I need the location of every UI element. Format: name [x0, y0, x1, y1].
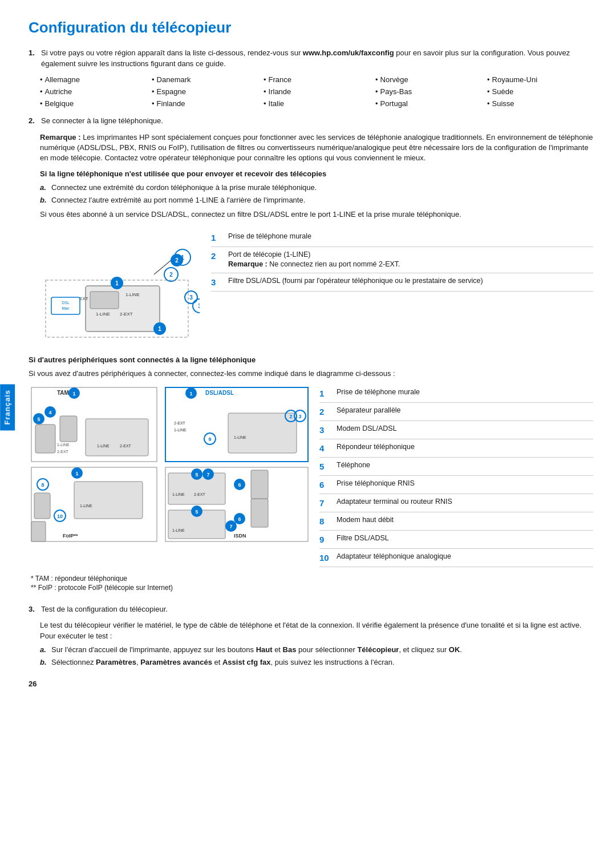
- svg-text:1-LINE: 1-LINE: [234, 435, 246, 439]
- country-espagne: Espagne: [152, 87, 258, 97]
- country-france: France: [264, 75, 370, 85]
- diagram-2-svg: TAM* 1 5 4 1-LINE 2-EXT 1-LINE 2-EXT DSL…: [29, 385, 314, 567]
- svg-text:DSL: DSL: [62, 301, 70, 305]
- legend-2-row-3: 3 Modem DSL/ADSL: [319, 421, 593, 439]
- legend-1-row-2: 2 Port de télécopie (1-LINE) Remarque : …: [211, 247, 593, 273]
- diagram-2-footnotes: * TAM : répondeur téléphonique ** FoIP :…: [31, 574, 314, 593]
- legend-1-row-3: 3 Filtre DSL/ADSL (fourni par l'opérateu…: [211, 273, 593, 292]
- diagram-1-legend: 1 Prise de téléphone murale 2 Port de té…: [211, 229, 593, 292]
- step-1-text: Si votre pays ou votre région apparaît d…: [41, 48, 593, 68]
- country-pays-bas: Pays-Bas: [375, 87, 481, 97]
- legend-2-row-2: 2 Séparateur parallèle: [319, 403, 593, 421]
- svg-text:2: 2: [175, 257, 179, 264]
- step-1-item: 1. Si votre pays ou votre région apparaî…: [29, 48, 593, 68]
- step-2-note: Remarque : Les imprimantes HP sont spéci…: [40, 132, 593, 164]
- country-norvege: Norvège: [375, 75, 481, 85]
- svg-rect-57: [74, 482, 143, 519]
- svg-text:2: 2: [169, 272, 173, 278]
- svg-text:3: 3: [189, 294, 193, 301]
- step-2-section: 2. Se connecter à la ligne téléphonique.…: [29, 116, 593, 220]
- country-autriche: Autriche: [40, 87, 146, 97]
- country-suisse: Suisse: [487, 99, 593, 109]
- svg-text:1: 1: [158, 326, 161, 332]
- step-3b-text: Sélectionnez Paramètres, Paramètres avan…: [51, 657, 395, 668]
- step-2-subheading: Si la ligne téléphonique n'est utilisée …: [40, 169, 593, 179]
- svg-text:1-LINE: 1-LINE: [172, 528, 185, 532]
- legend-2-row-9: 9 Filtre DSL/ADSL: [319, 531, 593, 549]
- diagram-2-legend: 1 Prise de téléphone murale 2 Séparateur…: [319, 385, 593, 567]
- svg-text:1: 1: [115, 280, 119, 286]
- svg-rect-3: [90, 292, 119, 309]
- country-list: Allemagne Danemark France Norvège Royaum…: [40, 75, 593, 110]
- step-3b: b. Sélectionnez Paramètres, Paramètres a…: [40, 657, 593, 668]
- diagram-2-section: TAM* 1 5 4 1-LINE 2-EXT 1-LINE 2-EXT DSL…: [29, 385, 593, 599]
- country-royaume-uni: Royaume-Uni: [487, 75, 593, 85]
- svg-text:6: 6: [238, 516, 241, 522]
- svg-text:2-EXT: 2-EXT: [57, 450, 69, 454]
- svg-text:1: 1: [75, 471, 78, 476]
- legend-2-row-5: 5 Téléphone: [319, 458, 593, 476]
- svg-text:1: 1: [72, 391, 75, 397]
- step-3-number: 3.: [29, 604, 38, 615]
- svg-text:1-LINE: 1-LINE: [57, 443, 70, 447]
- svg-text:7: 7: [206, 472, 209, 478]
- country-danemark: Danemark: [152, 75, 258, 85]
- svg-text:1-LINE: 1-LINE: [96, 312, 110, 317]
- section-2-intro: Si vous avez d'autres périphériques à co…: [29, 369, 593, 379]
- svg-text:7: 7: [229, 524, 232, 529]
- svg-text:1-LINE: 1-LINE: [172, 492, 185, 496]
- diagram-2-images: TAM* 1 5 4 1-LINE 2-EXT 1-LINE 2-EXT DSL…: [29, 385, 314, 599]
- step-3-desc: Le test du télécopieur vérifier le matér…: [40, 620, 593, 641]
- legend-2-row-8: 8 Modem haut débit: [319, 512, 593, 531]
- svg-rect-37: [86, 419, 148, 456]
- country-suede: Suède: [487, 87, 593, 97]
- svg-rect-10: [51, 297, 80, 314]
- country-italie: Italie: [264, 99, 370, 109]
- section-2-heading: Si d'autres périphériques sont connectés…: [29, 355, 593, 365]
- legend-2-row-6: 6 Prise téléphonique RNIS: [319, 476, 593, 494]
- legend-2-row-7: 7 Adaptateur terminal ou routeur RNIS: [319, 494, 593, 512]
- footnote-foip: ** FoIP : protocole FoIP (télécopie sur …: [31, 583, 314, 593]
- svg-text:1-LINE: 1-LINE: [80, 504, 92, 508]
- svg-text:2-EXT: 2-EXT: [194, 492, 206, 496]
- diagram-1-section: 1 1-LINE 2-EXT 2 2-EXT DSL filter 3: [29, 229, 593, 346]
- step-3-section: 3. Test de la configuration du télécopie…: [29, 604, 593, 668]
- step-2b: b. Connectez l'autre extrémité au port n…: [40, 195, 593, 205]
- page-title: Configuration du télécopieur: [29, 17, 593, 38]
- country-belgique: Belgique: [40, 99, 146, 109]
- svg-rect-61: [34, 493, 50, 519]
- country-finlande: Finlande: [152, 99, 258, 109]
- step-3-text: Test de la configuration du télécopieur.: [41, 604, 168, 615]
- svg-text:5: 5: [195, 509, 198, 515]
- svg-rect-34: [60, 416, 77, 442]
- step-2-number: 2.: [29, 116, 38, 126]
- step-3a: a. Sur l'écran d'accueil de l'imprimante…: [40, 645, 593, 655]
- step-1-section: 1. Si votre pays ou votre région apparaî…: [29, 48, 593, 109]
- diagram-1-svg: 1 1-LINE 2-EXT 2 2-EXT DSL filter 3: [29, 229, 200, 343]
- svg-text:5: 5: [37, 417, 40, 422]
- svg-text:2-EXT: 2-EXT: [120, 312, 133, 317]
- svg-text:FoIP**: FoIP**: [63, 533, 78, 539]
- svg-text:3: 3: [298, 414, 301, 419]
- svg-text:6: 6: [238, 482, 241, 488]
- svg-text:10: 10: [57, 514, 63, 519]
- svg-text:2-EXT: 2-EXT: [120, 444, 132, 448]
- svg-text:1-LINE: 1-LINE: [125, 292, 140, 297]
- svg-text:2-EXT: 2-EXT: [174, 421, 186, 425]
- svg-text:2: 2: [289, 414, 292, 419]
- legend-2-row-4: 4 Répondeur téléphonique: [319, 439, 593, 458]
- svg-rect-33: [35, 425, 55, 453]
- country-allemagne: Allemagne: [40, 75, 146, 85]
- diagram-1-image: 1 1-LINE 2-EXT 2 2-EXT DSL filter 3: [29, 229, 200, 346]
- svg-text:1-LINE: 1-LINE: [174, 428, 187, 432]
- legend-2-row-1: 1 Prise de téléphone murale: [319, 385, 593, 403]
- step-2a: a. Connectez une extrémité du cordon tél…: [40, 183, 593, 193]
- svg-text:8: 8: [41, 482, 44, 488]
- svg-text:3: 3: [198, 303, 200, 309]
- step-2-dsl-note: Si vous êtes abonné à un service DSL/ADS…: [40, 209, 593, 220]
- svg-rect-86: [251, 470, 268, 499]
- svg-text:9: 9: [208, 436, 211, 442]
- step-3a-text: Sur l'écran d'accueil de l'imprimante, a…: [51, 645, 462, 655]
- step-3-item: 3. Test de la configuration du télécopie…: [29, 604, 593, 615]
- svg-text:1-LINE: 1-LINE: [97, 444, 110, 448]
